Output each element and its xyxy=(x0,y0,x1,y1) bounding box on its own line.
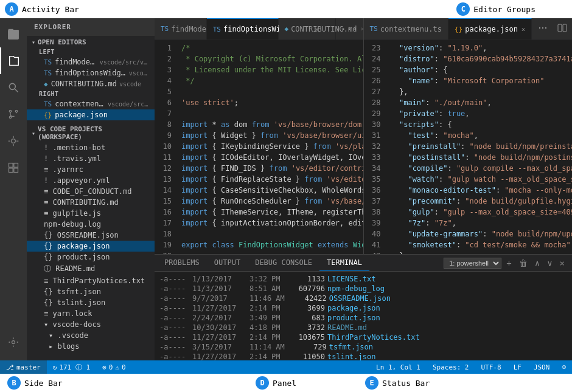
svg-rect-13 xyxy=(542,27,543,29)
status-language[interactable]: JSON xyxy=(528,363,556,371)
tab-overflow-right[interactable] xyxy=(533,23,553,35)
file-time: 8:51 AM xyxy=(249,284,283,294)
file-name: README.md xyxy=(327,323,367,332)
sidebar-content[interactable]: ▾ OPEN EDITORS LEFT TS findModel.ts vsco… xyxy=(27,36,155,360)
status-position[interactable]: Ln 1, Col 1 xyxy=(370,363,427,371)
panel-tab-problems[interactable]: PROBLEMS xyxy=(157,255,207,271)
activity-icon-scm[interactable] xyxy=(0,101,27,128)
file-tslint[interactable]: {} tslint.json xyxy=(27,297,155,308)
file-size: 729 xyxy=(287,342,327,352)
panel-tab-debug[interactable]: DEBUG CONSOLE xyxy=(248,255,319,271)
file-name: findModel.ts xyxy=(55,58,97,66)
file-yarnrc[interactable]: ≡ .yarnrc xyxy=(27,164,155,175)
file-code-of-conduct[interactable]: ≡ CODE_OF_CONDUCT.md xyxy=(27,186,155,197)
folder-blogs[interactable]: ▸ blogs xyxy=(27,341,155,352)
status-encoding[interactable]: UTF-8 xyxy=(475,363,507,371)
open-editor-findoptionswidget[interactable]: TS findOptionsWidget.ts vsco... xyxy=(27,67,155,78)
file-thirdparty[interactable]: ≡ ThirdPartyNotices.txt xyxy=(27,275,155,286)
ts-icon: TS xyxy=(44,100,52,108)
tab-contextmenu[interactable]: TS contextmenu.ts xyxy=(364,18,448,40)
tab-findoptionswidget[interactable]: TS findOptionsWidget.ts × xyxy=(207,18,279,40)
panel-tab-output[interactable]: OUTPUT xyxy=(207,255,248,271)
file-path: vsco... xyxy=(129,70,150,77)
tab-close-icon[interactable]: × xyxy=(315,26,319,33)
open-editors-section[interactable]: ▾ OPEN EDITORS xyxy=(27,36,155,47)
warning-icon: ⚠ xyxy=(115,363,119,371)
folder-vscode-docs[interactable]: ▾ vscode-docs xyxy=(27,319,155,330)
activity-icon-search[interactable] xyxy=(0,74,27,101)
status-line-ending[interactable]: LF xyxy=(507,363,528,371)
minimize-panel-icon[interactable]: ∨ xyxy=(545,257,554,269)
folder-vscode[interactable]: ▾ .vscode xyxy=(27,330,155,341)
warning-count: 0 xyxy=(122,363,126,371)
tab-package-json[interactable]: {} package.json × xyxy=(448,18,532,40)
status-feedback[interactable]: ☺ xyxy=(556,363,572,371)
file-travis[interactable]: ! .travis.yml xyxy=(27,153,155,164)
file-date: 11/3/2017 xyxy=(192,284,247,294)
kill-terminal-icon[interactable]: 🗑 xyxy=(517,257,530,269)
status-branch[interactable]: ⎇ master xyxy=(0,360,47,374)
workspace-section[interactable]: ▾ VS CODE PROJECTS (WORKSPACE) xyxy=(27,123,155,142)
file-yarn-lock[interactable]: ≡ yarn.lock xyxy=(27,308,155,319)
file-name: ▸ blogs xyxy=(49,342,80,351)
file-ossreadme[interactable]: {} OSSREADME.json xyxy=(27,230,155,241)
activity-icon-files[interactable] xyxy=(0,21,27,47)
file-tsfmt[interactable]: {} tsfmt.json xyxy=(27,286,155,297)
status-sync[interactable]: ↻ 171 ⓘ 1 xyxy=(47,360,96,374)
code-content-right[interactable]: "version": "1.19.0", "distro": "610ca699… xyxy=(386,40,573,254)
file-package-json[interactable]: {} package.json xyxy=(27,241,155,252)
file-npm-debug[interactable]: npm-debug.log xyxy=(27,219,155,230)
add-terminal-icon[interactable]: + xyxy=(504,257,514,269)
branch-icon: ⎇ xyxy=(6,363,14,371)
open-editor-packagejson[interactable]: {} package.json xyxy=(27,109,155,120)
open-editor-contextmenu[interactable]: TS contextmenu.ts vscode/src/... xyxy=(27,98,155,109)
code-content-left[interactable]: /* * Copyright (c) Microsoft Corporation… xyxy=(176,40,363,254)
file-mention-bot[interactable]: ! .mention-bot xyxy=(27,142,155,153)
split-editor-icon[interactable] xyxy=(553,23,572,35)
file-perms: -a---- xyxy=(159,342,190,352)
code-area-left: 1234567891011121314151617181920 /* * Cop… xyxy=(155,40,363,254)
editor-groups-label: Editor Groups xyxy=(473,5,535,14)
svg-point-5 xyxy=(9,116,11,118)
tab-close-icon[interactable]: × xyxy=(521,26,526,33)
file-gulpfile[interactable]: ≡ gulpfile.js xyxy=(27,208,155,219)
open-editor-contributing[interactable]: ◆ CONTRIBUTING.md vscode xyxy=(27,78,155,89)
panel-tab-terminal[interactable]: TERMINAL xyxy=(319,255,369,271)
file-name: tslint.json xyxy=(327,352,375,360)
file-name: ! .mention-bot xyxy=(44,143,105,152)
svg-rect-9 xyxy=(14,168,18,173)
file-product[interactable]: {} product.json xyxy=(27,252,155,263)
maximize-panel-icon[interactable]: ∧ xyxy=(532,257,542,269)
tab-close-icon[interactable]: × xyxy=(361,25,363,33)
activity-icon-explorer[interactable] xyxy=(0,47,27,74)
open-editors-label: OPEN EDITORS xyxy=(38,38,86,46)
activity-icon-settings[interactable] xyxy=(0,329,27,356)
terminal-row: -a---- 11/27/2017 2:14 PM 3699 package.j… xyxy=(159,303,567,313)
file-appveyor[interactable]: ! .appveyor.yml xyxy=(27,175,155,186)
file-name: contextmenu.ts xyxy=(55,100,105,108)
activity-icon-extensions[interactable] xyxy=(0,154,27,181)
tab-contributing[interactable]: ◆ CONTRIBUTING.md × xyxy=(279,18,336,40)
editor-pane-right: TS contextmenu.ts {} package.json × xyxy=(364,18,573,254)
file-contributing[interactable]: ≡ CONTRIBUTING.md xyxy=(27,197,155,208)
close-panel-icon[interactable]: × xyxy=(557,257,567,269)
file-time: 11:14 AM xyxy=(249,342,285,352)
encoding-text: UTF-8 xyxy=(481,363,501,371)
tab-close-icon[interactable]: × xyxy=(228,25,232,33)
editor-tabs-left: TS findModel.ts × TS findOptionsWidget.t… xyxy=(155,18,363,40)
status-errors[interactable]: ⊗ 0 ⚠ 0 xyxy=(96,360,132,374)
file-readme[interactable]: ⓘ README.md xyxy=(27,263,155,275)
terminal-content[interactable]: -a---- 1/13/2017 3:32 PM 1133 LICENSE.tx… xyxy=(155,272,572,360)
branch-name: master xyxy=(16,363,41,371)
terminal-selector[interactable]: 1: powershell xyxy=(444,258,501,269)
terminal-row: -a---- 1/13/2017 3:32 PM 1133 LICENSE.tx… xyxy=(159,274,567,284)
tab-findmodel[interactable]: TS findModel.ts × xyxy=(155,18,207,40)
tab-label: contextmenu.ts xyxy=(380,25,442,33)
workspace-label: VS CODE PROJECTS (WORKSPACE) xyxy=(38,125,150,141)
open-editor-findmodel[interactable]: TS findModel.ts vscode/src/vs/... xyxy=(27,57,155,67)
tab-overflow-menu[interactable]: ··· xyxy=(336,23,363,35)
spaces-text: Spaces: 2 xyxy=(433,363,469,371)
status-spaces[interactable]: Spaces: 2 xyxy=(427,363,475,371)
panel: PROBLEMS OUTPUT DEBUG CONSOLE TERMINAL 1… xyxy=(155,254,572,360)
activity-icon-debug[interactable] xyxy=(0,128,27,154)
